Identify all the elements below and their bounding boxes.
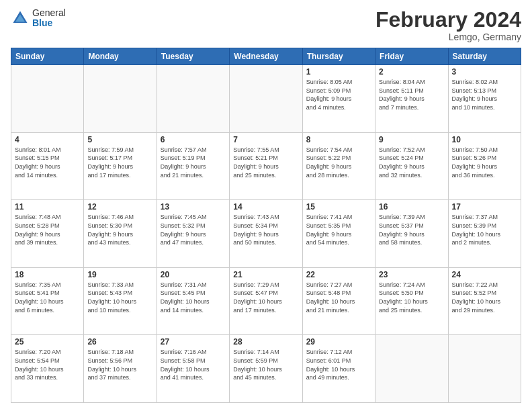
- day-info: Sunrise: 7:14 AM Sunset: 5:59 PM Dayligh…: [233, 348, 298, 381]
- header-saturday: Saturday: [448, 48, 521, 65]
- calendar-cell: 29Sunrise: 7:12 AM Sunset: 6:01 PM Dayli…: [302, 335, 375, 403]
- calendar-cell: 24Sunrise: 7:22 AM Sunset: 5:52 PM Dayli…: [448, 267, 521, 335]
- calendar-cell: 23Sunrise: 7:24 AM Sunset: 5:50 PM Dayli…: [375, 267, 448, 335]
- day-info: Sunrise: 8:05 AM Sunset: 5:09 PM Dayligh…: [306, 78, 371, 111]
- calendar-cell: [375, 335, 448, 403]
- day-info: Sunrise: 7:50 AM Sunset: 5:26 PM Dayligh…: [452, 146, 517, 179]
- day-number: 21: [233, 270, 298, 279]
- day-info: Sunrise: 7:20 AM Sunset: 5:54 PM Dayligh…: [15, 348, 80, 381]
- subtitle: Lemgo, Germany: [375, 32, 521, 42]
- calendar-cell: [157, 65, 229, 133]
- day-number: 6: [161, 135, 226, 144]
- calendar-cell: 19Sunrise: 7:33 AM Sunset: 5:43 PM Dayli…: [84, 267, 157, 335]
- day-number: 24: [452, 270, 517, 279]
- day-info: Sunrise: 7:45 AM Sunset: 5:32 PM Dayligh…: [161, 213, 226, 246]
- logo-icon: [11, 9, 30, 28]
- day-number: 18: [15, 270, 80, 279]
- day-number: 3: [452, 67, 517, 77]
- day-info: Sunrise: 7:52 AM Sunset: 5:24 PM Dayligh…: [379, 146, 444, 179]
- day-number: 14: [233, 202, 298, 212]
- day-info: Sunrise: 7:33 AM Sunset: 5:43 PM Dayligh…: [87, 281, 152, 314]
- calendar-body: 1Sunrise: 8:05 AM Sunset: 5:09 PM Daylig…: [11, 65, 521, 403]
- calendar-cell: 2Sunrise: 8:04 AM Sunset: 5:11 PM Daylig…: [375, 65, 448, 133]
- calendar: Sunday Monday Tuesday Wednesday Thursday…: [11, 48, 521, 403]
- calendar-cell: 28Sunrise: 7:14 AM Sunset: 5:59 PM Dayli…: [230, 335, 302, 403]
- logo-general: General: [32, 8, 66, 18]
- header-sunday: Sunday: [11, 48, 84, 65]
- header-thursday: Thursday: [302, 48, 375, 65]
- header-friday: Friday: [375, 48, 448, 65]
- logo-blue: Blue: [32, 18, 66, 28]
- day-number: 16: [379, 202, 444, 212]
- day-info: Sunrise: 7:55 AM Sunset: 5:21 PM Dayligh…: [233, 146, 298, 179]
- calendar-cell: 9Sunrise: 7:52 AM Sunset: 5:24 PM Daylig…: [375, 132, 448, 200]
- day-number: 15: [306, 202, 371, 212]
- day-number: 9: [379, 135, 444, 144]
- page: General Blue February 2024 Lemgo, German…: [0, 0, 532, 411]
- day-info: Sunrise: 7:22 AM Sunset: 5:52 PM Dayligh…: [452, 281, 517, 314]
- calendar-cell: [11, 65, 84, 133]
- header-wednesday: Wednesday: [230, 48, 302, 65]
- calendar-cell: 1Sunrise: 8:05 AM Sunset: 5:09 PM Daylig…: [302, 65, 375, 133]
- day-number: 8: [306, 135, 371, 144]
- calendar-cell: 20Sunrise: 7:31 AM Sunset: 5:45 PM Dayli…: [157, 267, 229, 335]
- calendar-cell: 13Sunrise: 7:45 AM Sunset: 5:32 PM Dayli…: [157, 200, 229, 268]
- day-info: Sunrise: 7:46 AM Sunset: 5:30 PM Dayligh…: [87, 213, 152, 246]
- day-info: Sunrise: 7:16 AM Sunset: 5:58 PM Dayligh…: [161, 348, 226, 381]
- day-info: Sunrise: 7:39 AM Sunset: 5:37 PM Dayligh…: [379, 213, 444, 246]
- day-number: 7: [233, 135, 298, 144]
- day-info: Sunrise: 7:29 AM Sunset: 5:47 PM Dayligh…: [233, 281, 298, 314]
- day-info: Sunrise: 7:27 AM Sunset: 5:48 PM Dayligh…: [306, 281, 371, 314]
- calendar-cell: 14Sunrise: 7:43 AM Sunset: 5:34 PM Dayli…: [230, 200, 302, 268]
- day-number: 5: [87, 135, 152, 144]
- day-number: 26: [87, 337, 152, 347]
- day-info: Sunrise: 8:01 AM Sunset: 5:15 PM Dayligh…: [15, 146, 80, 179]
- calendar-cell: 6Sunrise: 7:57 AM Sunset: 5:19 PM Daylig…: [157, 132, 229, 200]
- calendar-cell: 18Sunrise: 7:35 AM Sunset: 5:41 PM Dayli…: [11, 267, 84, 335]
- calendar-cell: 16Sunrise: 7:39 AM Sunset: 5:37 PM Dayli…: [375, 200, 448, 268]
- day-number: 23: [379, 270, 444, 279]
- calendar-cell: 17Sunrise: 7:37 AM Sunset: 5:39 PM Dayli…: [448, 200, 521, 268]
- day-number: 17: [452, 202, 517, 212]
- header-tuesday: Tuesday: [157, 48, 229, 65]
- day-info: Sunrise: 7:43 AM Sunset: 5:34 PM Dayligh…: [233, 213, 298, 246]
- day-number: 10: [452, 135, 517, 144]
- day-number: 29: [306, 337, 371, 347]
- day-info: Sunrise: 7:24 AM Sunset: 5:50 PM Dayligh…: [379, 281, 444, 314]
- day-number: 27: [161, 337, 226, 347]
- day-number: 25: [15, 337, 80, 347]
- day-info: Sunrise: 7:35 AM Sunset: 5:41 PM Dayligh…: [15, 281, 80, 314]
- calendar-cell: 3Sunrise: 8:02 AM Sunset: 5:13 PM Daylig…: [448, 65, 521, 133]
- calendar-cell: 5Sunrise: 7:59 AM Sunset: 5:17 PM Daylig…: [84, 132, 157, 200]
- calendar-cell: [84, 65, 157, 133]
- day-info: Sunrise: 7:37 AM Sunset: 5:39 PM Dayligh…: [452, 213, 517, 246]
- day-number: 1: [306, 67, 371, 77]
- calendar-cell: 11Sunrise: 7:48 AM Sunset: 5:28 PM Dayli…: [11, 200, 84, 268]
- calendar-cell: 12Sunrise: 7:46 AM Sunset: 5:30 PM Dayli…: [84, 200, 157, 268]
- calendar-cell: 21Sunrise: 7:29 AM Sunset: 5:47 PM Dayli…: [230, 267, 302, 335]
- calendar-cell: 4Sunrise: 8:01 AM Sunset: 5:15 PM Daylig…: [11, 132, 84, 200]
- day-info: Sunrise: 7:41 AM Sunset: 5:35 PM Dayligh…: [306, 213, 371, 246]
- day-number: 13: [161, 202, 226, 212]
- day-info: Sunrise: 7:59 AM Sunset: 5:17 PM Dayligh…: [87, 146, 152, 179]
- day-info: Sunrise: 7:31 AM Sunset: 5:45 PM Dayligh…: [161, 281, 226, 314]
- calendar-header: Sunday Monday Tuesday Wednesday Thursday…: [11, 48, 521, 65]
- header: General Blue February 2024 Lemgo, German…: [11, 8, 521, 42]
- day-info: Sunrise: 7:18 AM Sunset: 5:56 PM Dayligh…: [87, 348, 152, 381]
- day-info: Sunrise: 8:02 AM Sunset: 5:13 PM Dayligh…: [452, 78, 517, 111]
- day-number: 12: [87, 202, 152, 212]
- calendar-cell: 25Sunrise: 7:20 AM Sunset: 5:54 PM Dayli…: [11, 335, 84, 403]
- calendar-cell: [448, 335, 521, 403]
- title-section: February 2024 Lemgo, Germany: [375, 8, 521, 42]
- day-info: Sunrise: 7:48 AM Sunset: 5:28 PM Dayligh…: [15, 213, 80, 246]
- week-row-1: 4Sunrise: 8:01 AM Sunset: 5:15 PM Daylig…: [11, 132, 521, 200]
- day-number: 11: [15, 202, 80, 212]
- day-info: Sunrise: 7:12 AM Sunset: 6:01 PM Dayligh…: [306, 348, 371, 381]
- week-row-3: 18Sunrise: 7:35 AM Sunset: 5:41 PM Dayli…: [11, 267, 521, 335]
- day-info: Sunrise: 7:54 AM Sunset: 5:22 PM Dayligh…: [306, 146, 371, 179]
- day-info: Sunrise: 7:57 AM Sunset: 5:19 PM Dayligh…: [161, 146, 226, 179]
- day-info: Sunrise: 8:04 AM Sunset: 5:11 PM Dayligh…: [379, 78, 444, 111]
- day-number: 28: [233, 337, 298, 347]
- day-number: 19: [87, 270, 152, 279]
- logo-text: General Blue: [32, 8, 66, 29]
